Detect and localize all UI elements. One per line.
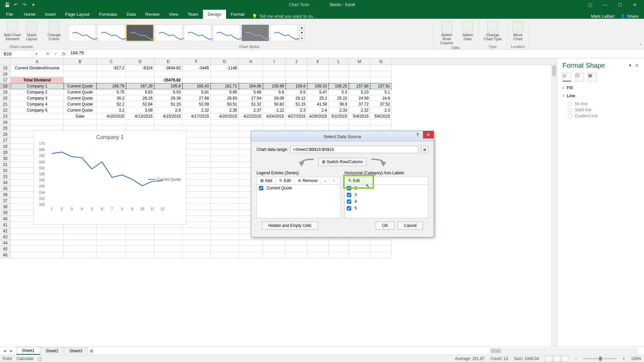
cell[interactable] <box>307 71 329 77</box>
cell[interactable]: 24.59 <box>349 95 370 101</box>
quick-layout-button[interactable]: Quick Layout <box>23 21 40 41</box>
cell[interactable]: 2.32 <box>182 107 211 113</box>
cell[interactable] <box>64 246 97 252</box>
chart-style-8[interactable] <box>270 24 298 41</box>
cell[interactable] <box>211 71 239 77</box>
switch-row-column-dialog-button[interactable]: ⊞ Switch Row/Column <box>318 158 366 166</box>
cell[interactable] <box>211 216 239 222</box>
name-box[interactable]: B18 <box>1 50 34 58</box>
cell[interactable]: Total Dividend <box>11 77 64 83</box>
cell[interactable] <box>263 246 286 252</box>
column-header[interactable]: F <box>182 58 211 65</box>
cell[interactable] <box>307 77 329 83</box>
cell[interactable] <box>11 246 64 252</box>
cell[interactable] <box>182 180 211 186</box>
page-layout-view-button[interactable] <box>553 356 560 362</box>
qat-dropdown-icon[interactable]: ▾ <box>30 2 36 8</box>
sheet-nav-next[interactable]: ▶ <box>9 348 14 354</box>
close-button[interactable]: ✕ <box>628 1 641 9</box>
effects-tab-icon[interactable]: ⬠ <box>575 73 584 81</box>
fx-icon[interactable]: fx <box>60 50 68 58</box>
cell[interactable] <box>64 65 97 71</box>
cell[interactable] <box>182 198 211 204</box>
cell[interactable] <box>211 143 239 149</box>
chart-style-6[interactable] <box>213 24 240 41</box>
axis-edit-button[interactable]: ✎Edit <box>345 177 364 184</box>
cell[interactable] <box>126 77 154 83</box>
cell[interactable]: 27.68 <box>182 95 211 101</box>
cell[interactable]: Current Quote <box>64 95 97 101</box>
chart-data-range-input[interactable] <box>290 146 418 153</box>
status-calculate[interactable]: Calculate <box>16 356 33 361</box>
row-header[interactable]: 22 <box>0 107 11 113</box>
save-icon[interactable]: 💾 <box>4 2 10 8</box>
cell[interactable]: Current Quote <box>64 107 97 113</box>
cell[interactable]: 26.63 <box>211 95 239 101</box>
axis-item-checkbox[interactable] <box>347 186 351 190</box>
chart-style-1[interactable] <box>68 24 96 41</box>
cell[interactable] <box>182 234 211 240</box>
cell[interactable]: 167.29 <box>126 83 154 89</box>
fill-line-tab-icon[interactable]: ◇ <box>562 73 571 81</box>
cell[interactable] <box>97 71 126 77</box>
solid-line-radio[interactable]: Solid line <box>568 108 639 112</box>
chart-style-4[interactable] <box>155 24 182 41</box>
chart-style-7[interactable] <box>241 24 269 41</box>
row-header[interactable]: 40 <box>0 216 11 222</box>
cell[interactable] <box>182 186 211 192</box>
cell[interactable] <box>64 119 97 125</box>
cell[interactable]: 5.68 <box>239 89 263 95</box>
axis-item-checkbox[interactable] <box>347 206 351 210</box>
cell[interactable]: 5/6/2015 <box>370 113 392 119</box>
cell[interactable] <box>307 119 329 125</box>
axis-label-item[interactable]: 3 <box>345 191 428 198</box>
cell[interactable]: -917.2 <box>97 65 126 71</box>
cell[interactable]: 4/15/2015 <box>154 113 182 119</box>
cell[interactable]: Current Quote <box>64 101 97 107</box>
legend-entry[interactable]: Current Quote <box>257 185 340 191</box>
cell[interactable] <box>126 71 154 77</box>
cell[interactable]: -1146 <box>211 65 239 71</box>
cell[interactable] <box>329 246 349 252</box>
page-break-view-button[interactable] <box>561 356 569 362</box>
cell[interactable] <box>182 168 211 174</box>
cell[interactable] <box>182 228 211 234</box>
cell[interactable] <box>154 234 182 240</box>
row-header[interactable]: 35 <box>0 186 11 192</box>
tab-file[interactable]: File <box>0 10 19 19</box>
cell[interactable]: 5.1 <box>370 89 392 95</box>
row-header[interactable]: 32 <box>0 168 11 174</box>
cell[interactable]: Company 3 <box>11 95 64 101</box>
cell[interactable]: 25.2 <box>307 95 329 101</box>
column-header[interactable]: L <box>329 58 349 65</box>
cell[interactable] <box>182 246 211 252</box>
sheet-tab-3[interactable]: Sheet3 <box>64 347 88 354</box>
cell[interactable]: 51.84 <box>126 101 154 107</box>
row-header[interactable]: 20 <box>0 95 11 101</box>
cell[interactable] <box>182 149 211 156</box>
ok-button[interactable]: OK <box>376 222 394 230</box>
cell[interactable] <box>370 246 392 252</box>
cell[interactable]: 157.91 <box>370 83 392 89</box>
cell[interactable]: 156.25 <box>329 83 349 89</box>
cell[interactable] <box>239 77 263 83</box>
pane-dropdown-icon[interactable]: ▼ <box>628 63 632 68</box>
move-chart-button[interactable]: Move Chart <box>510 21 526 41</box>
cell[interactable]: 3.2 <box>97 107 126 113</box>
cell[interactable]: 2.37 <box>239 107 263 113</box>
cell[interactable] <box>370 240 392 246</box>
cell[interactable] <box>182 119 211 125</box>
tell-me-search[interactable]: 💡 Tell me what you want to do... <box>252 14 317 19</box>
cell[interactable]: -6324 <box>126 65 154 71</box>
row-header[interactable]: 41 <box>0 222 11 228</box>
formula-input[interactable]: 166.79 <box>68 50 644 58</box>
cell[interactable]: 24.6 <box>370 95 392 101</box>
column-header[interactable]: D <box>126 58 154 65</box>
cell[interactable] <box>263 240 286 246</box>
cell[interactable] <box>11 252 64 258</box>
tab-page-layout[interactable]: Page Layout <box>60 10 94 19</box>
cell[interactable] <box>370 65 392 71</box>
cell[interactable]: 158.33 <box>307 83 329 89</box>
user-name[interactable]: Mark LaBarr <box>591 14 615 19</box>
cell[interactable]: Current Quote <box>64 89 97 95</box>
